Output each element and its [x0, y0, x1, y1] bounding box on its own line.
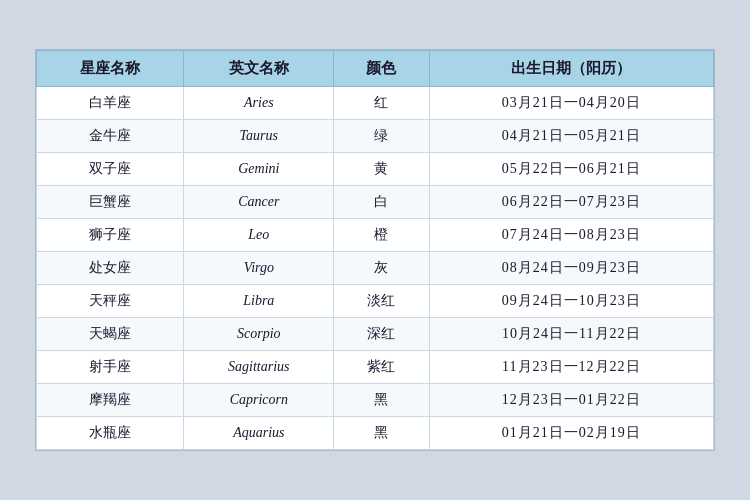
cell-english-name: Scorpio — [184, 318, 334, 351]
header-chinese-name: 星座名称 — [37, 51, 184, 87]
cell-color: 绿 — [334, 120, 429, 153]
cell-english-name: Gemini — [184, 153, 334, 186]
cell-color: 红 — [334, 87, 429, 120]
cell-dates: 05月22日一06月21日 — [429, 153, 713, 186]
cell-color: 黑 — [334, 417, 429, 450]
cell-dates: 11月23日一12月22日 — [429, 351, 713, 384]
cell-chinese-name: 摩羯座 — [37, 384, 184, 417]
header-color: 颜色 — [334, 51, 429, 87]
cell-chinese-name: 金牛座 — [37, 120, 184, 153]
header-dates: 出生日期（阳历） — [429, 51, 713, 87]
cell-english-name: Aries — [184, 87, 334, 120]
table-header-row: 星座名称 英文名称 颜色 出生日期（阳历） — [37, 51, 714, 87]
table-row: 水瓶座Aquarius黑01月21日一02月19日 — [37, 417, 714, 450]
cell-chinese-name: 水瓶座 — [37, 417, 184, 450]
cell-chinese-name: 处女座 — [37, 252, 184, 285]
cell-dates: 08月24日一09月23日 — [429, 252, 713, 285]
cell-english-name: Cancer — [184, 186, 334, 219]
cell-chinese-name: 天秤座 — [37, 285, 184, 318]
cell-chinese-name: 射手座 — [37, 351, 184, 384]
table-row: 天秤座Libra淡红09月24日一10月23日 — [37, 285, 714, 318]
zodiac-table-container: 星座名称 英文名称 颜色 出生日期（阳历） 白羊座Aries红03月21日一04… — [35, 49, 715, 451]
cell-dates: 07月24日一08月23日 — [429, 219, 713, 252]
cell-chinese-name: 双子座 — [37, 153, 184, 186]
table-row: 天蝎座Scorpio深红10月24日一11月22日 — [37, 318, 714, 351]
cell-english-name: Capricorn — [184, 384, 334, 417]
table-row: 狮子座Leo橙07月24日一08月23日 — [37, 219, 714, 252]
table-row: 双子座Gemini黄05月22日一06月21日 — [37, 153, 714, 186]
cell-color: 淡红 — [334, 285, 429, 318]
cell-dates: 01月21日一02月19日 — [429, 417, 713, 450]
cell-color: 橙 — [334, 219, 429, 252]
cell-dates: 04月21日一05月21日 — [429, 120, 713, 153]
table-row: 射手座Sagittarius紫红11月23日一12月22日 — [37, 351, 714, 384]
table-row: 白羊座Aries红03月21日一04月20日 — [37, 87, 714, 120]
cell-english-name: Aquarius — [184, 417, 334, 450]
cell-dates: 10月24日一11月22日 — [429, 318, 713, 351]
cell-color: 黄 — [334, 153, 429, 186]
cell-dates: 03月21日一04月20日 — [429, 87, 713, 120]
cell-color: 紫红 — [334, 351, 429, 384]
cell-chinese-name: 白羊座 — [37, 87, 184, 120]
table-row: 金牛座Taurus绿04月21日一05月21日 — [37, 120, 714, 153]
cell-color: 白 — [334, 186, 429, 219]
cell-color: 灰 — [334, 252, 429, 285]
cell-english-name: Virgo — [184, 252, 334, 285]
cell-dates: 06月22日一07月23日 — [429, 186, 713, 219]
cell-dates: 09月24日一10月23日 — [429, 285, 713, 318]
cell-chinese-name: 巨蟹座 — [37, 186, 184, 219]
table-row: 处女座Virgo灰08月24日一09月23日 — [37, 252, 714, 285]
zodiac-table: 星座名称 英文名称 颜色 出生日期（阳历） 白羊座Aries红03月21日一04… — [36, 50, 714, 450]
cell-english-name: Sagittarius — [184, 351, 334, 384]
table-row: 巨蟹座Cancer白06月22日一07月23日 — [37, 186, 714, 219]
cell-english-name: Taurus — [184, 120, 334, 153]
cell-chinese-name: 狮子座 — [37, 219, 184, 252]
cell-color: 深红 — [334, 318, 429, 351]
header-english-name: 英文名称 — [184, 51, 334, 87]
table-row: 摩羯座Capricorn黑12月23日一01月22日 — [37, 384, 714, 417]
cell-english-name: Libra — [184, 285, 334, 318]
table-body: 白羊座Aries红03月21日一04月20日金牛座Taurus绿04月21日一0… — [37, 87, 714, 450]
cell-dates: 12月23日一01月22日 — [429, 384, 713, 417]
cell-english-name: Leo — [184, 219, 334, 252]
cell-color: 黑 — [334, 384, 429, 417]
cell-chinese-name: 天蝎座 — [37, 318, 184, 351]
